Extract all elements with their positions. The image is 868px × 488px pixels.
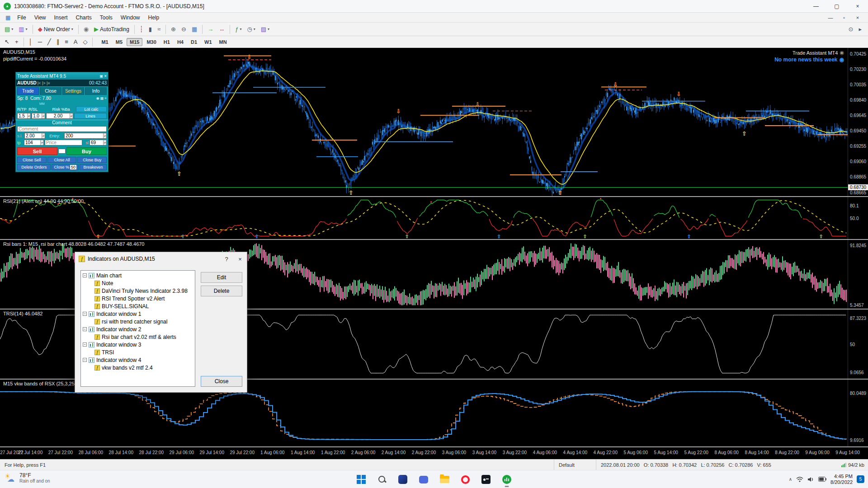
risk-input[interactable]: 2.00▴▾ — [46, 113, 73, 119]
tree-indicator-item[interactable]: ƒvkw bands v2 mtf 2.4 — [81, 364, 195, 371]
widgets-taskbar-button[interactable] — [394, 471, 411, 488]
dropdown-caret-icon[interactable]: ▾ — [26, 27, 28, 31]
search-taskbar-button[interactable] — [373, 471, 391, 488]
horizontal-line-button[interactable]: ─ — [36, 38, 44, 47]
tree-group[interactable]: −Indicator window 4 — [81, 356, 195, 364]
menu-file[interactable]: File — [13, 14, 30, 22]
timeframe-h1[interactable]: H1 — [160, 38, 173, 46]
tradingview-taskbar-button[interactable] — [477, 471, 495, 488]
panel-tab-close[interactable]: Close — [40, 87, 61, 95]
tile-windows-button[interactable]: ▦ — [189, 25, 199, 34]
arrow-objects-button[interactable]: ◇ — [80, 38, 90, 47]
tree-indicator-item[interactable]: ƒTRSI — [81, 348, 195, 356]
periods-button[interactable]: ◷▾ — [245, 25, 257, 34]
trsi-scale[interactable]: 87.3223509.0656 — [848, 310, 868, 379]
line-chart-mode-button[interactable]: ≈ — [155, 25, 163, 34]
close-buy-button[interactable]: Close Buy — [77, 157, 107, 163]
volume-icon[interactable] — [807, 476, 814, 483]
menu-insert[interactable]: Insert — [50, 14, 71, 22]
dropdown-caret-icon[interactable]: ▾ — [268, 27, 269, 31]
bar-chart-mode-button[interactable]: ┆ — [137, 25, 146, 34]
settings-icon[interactable]: ◉ — [840, 50, 844, 56]
lot-checkbox[interactable] — [58, 149, 66, 154]
panel-tab-info[interactable]: Info — [85, 87, 107, 95]
edit-button[interactable]: Edit — [201, 272, 242, 283]
comment-input[interactable]: Comment — [17, 126, 107, 132]
candle-chart-mode-button[interactable]: ▮ — [146, 25, 154, 34]
rtp-input[interactable]: 1.5▴▾ — [17, 113, 31, 119]
entry-input[interactable]: 200▴▾ — [64, 133, 107, 139]
trendline-button[interactable]: ╱ — [45, 38, 53, 47]
new-chart-button[interactable]: ▤▾ — [2, 25, 15, 34]
delete-button[interactable]: Delete — [201, 286, 242, 296]
tree-group[interactable]: −Indicator window 1 — [81, 310, 195, 318]
rsibars-scale[interactable]: 91.82455.3457 — [848, 240, 868, 309]
panel-tab-trade[interactable]: Trade — [17, 87, 39, 95]
menu-help[interactable]: Help — [144, 14, 164, 22]
dialog-titlebar[interactable]: ƒ Indicators on AUDUSD,M15 ? × — [75, 252, 247, 266]
collapse-icon[interactable]: − — [83, 327, 87, 331]
tp-input[interactable]: 104▴▾ — [24, 140, 44, 145]
dropdown-caret-icon[interactable]: ▾ — [254, 27, 255, 31]
child-restore-button[interactable]: ▫ — [838, 15, 850, 20]
price-scale[interactable]: 0.704250.702300.700350.698400.696450.694… — [848, 48, 868, 196]
price-input[interactable]: Price — [45, 140, 82, 145]
battery-icon[interactable] — [818, 477, 826, 482]
wifi-icon[interactable] — [796, 476, 803, 483]
tree-indicator-item[interactable]: ƒRsi bar chart v2.02 mtf & alerts — [81, 333, 195, 341]
tray-chevron-icon[interactable]: ∧ — [789, 477, 792, 482]
symbol-nav-icons[interactable]: |< |> |≡ — [38, 81, 50, 85]
tree-indicator-item[interactable]: ƒDaVinci Truly News Indicator 2.3.98 — [81, 287, 195, 295]
collapse-icon[interactable]: − — [83, 273, 87, 277]
timeframe-w1[interactable]: W1 — [201, 38, 215, 46]
dropdown-caret-icon[interactable]: ▾ — [240, 27, 241, 31]
opera-taskbar-button[interactable] — [457, 471, 474, 488]
rsi-window[interactable]: ⇧⇧⇧⇧⇧⇧⇧⇧ RSI(21) (Alert on) 44.90 44.90 … — [0, 197, 848, 239]
screenshot-icon[interactable]: ▣ — [100, 74, 104, 78]
rsi-scale[interactable]: 80.150.0 — [848, 197, 868, 239]
mt4-taskbar-button[interactable] — [498, 471, 515, 488]
panel-close-icon[interactable]: × — [104, 74, 107, 79]
time-axis[interactable]: 27 Jul 202227 Jul 14:0027 Jul 22:0028 Ju… — [0, 447, 868, 459]
lines-button[interactable]: Lines — [74, 113, 107, 119]
close-percent-value[interactable]: 50 — [70, 165, 76, 169]
timeframe-m1[interactable]: M1 — [98, 38, 111, 46]
timeframe-d1[interactable]: D1 — [188, 38, 200, 46]
timeframe-m15[interactable]: M15 — [127, 38, 142, 46]
profiles-button[interactable]: ▥▾ — [16, 25, 29, 34]
timeframe-m30[interactable]: M30 — [143, 38, 159, 46]
expert-advisors-button[interactable]: ◉ — [81, 25, 91, 34]
help-button[interactable]: ? — [220, 253, 233, 264]
zoom-in-button[interactable]: ⊕ — [169, 25, 178, 34]
menu-view[interactable]: View — [30, 14, 50, 22]
timeframe-mn[interactable]: MN — [216, 38, 230, 46]
equidistant-channel-button[interactable]: ∥ — [54, 38, 62, 47]
close-percent-button[interactable]: Close %50 — [52, 164, 79, 170]
sell-button[interactable]: Sell — [17, 147, 57, 155]
file-explorer-taskbar-button[interactable] — [436, 471, 453, 488]
status-profile[interactable]: Default — [554, 460, 594, 470]
collapse-icon[interactable]: − — [83, 358, 87, 362]
child-close-button[interactable]: × — [852, 15, 863, 20]
calendar-icon[interactable]: ▦ — [100, 96, 104, 100]
indicators-list-button[interactable]: ƒ▾ — [233, 25, 244, 34]
dialog-close-icon[interactable]: × — [233, 253, 247, 264]
close-sell-button[interactable]: Close Sell — [17, 157, 47, 163]
sl-points-input[interactable]: 2.00▴▾ — [24, 133, 45, 139]
dropdown-caret-icon[interactable]: ▾ — [11, 27, 13, 31]
start-taskbar-button[interactable] — [353, 471, 370, 488]
menu-charts[interactable]: Charts — [72, 14, 96, 22]
sl-input[interactable]: 69▴▾ — [90, 140, 107, 145]
taskbar-clock[interactable]: 4:45 PM 8/20/2022 — [830, 474, 853, 485]
maximize-button[interactable]: ▢ — [826, 0, 847, 12]
tree-indicator-item[interactable]: ƒrsi with trend catcher signal — [81, 318, 195, 325]
close-button[interactable]: × — [847, 0, 868, 12]
main-chart[interactable]: ⇩⇧⇧⇩⇧⇩⇩⇧⇩⇩⇧ AUDUSD,M15 pipdiffCurrent = … — [0, 48, 848, 196]
cursor-button[interactable]: ↖ — [2, 38, 12, 47]
close-button[interactable]: Close — [201, 376, 242, 387]
minimize-button[interactable]: — — [806, 0, 826, 12]
menu-window[interactable]: Window — [117, 14, 144, 22]
timeframe-m5[interactable]: M5 — [113, 38, 126, 46]
menu-tools[interactable]: Tools — [96, 14, 117, 22]
chart-shift-button[interactable]: ↔ — [217, 25, 227, 34]
